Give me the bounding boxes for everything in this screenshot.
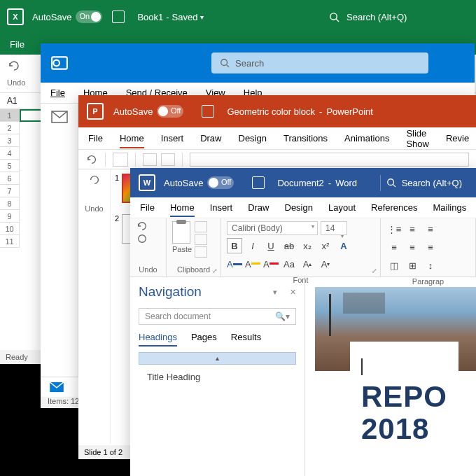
- shading-button[interactable]: ◫: [386, 258, 402, 273]
- menu-file[interactable]: File: [50, 88, 65, 98]
- subscript-button[interactable]: x₂: [300, 238, 315, 253]
- text-effects-button[interactable]: A: [336, 238, 351, 253]
- borders-button[interactable]: ⊞: [405, 258, 420, 273]
- autosave-toggle[interactable]: AutoSave On: [32, 10, 102, 23]
- font-color-button[interactable]: A: [263, 256, 279, 272]
- svg-point-10: [139, 235, 146, 243]
- menu-file[interactable]: File: [88, 133, 103, 144]
- menu-review[interactable]: Revie: [446, 133, 469, 144]
- svg-line-9: [393, 185, 396, 188]
- dropdown-icon[interactable]: ▾: [273, 288, 277, 297]
- toggle-off-icon[interactable]: Off: [207, 176, 234, 189]
- search-box[interactable]: Search (Alt+Q): [380, 175, 468, 191]
- autosave-toggle[interactable]: AutoSave Off: [164, 176, 234, 189]
- font-size-select[interactable]: 14: [321, 221, 347, 235]
- toggle-on-icon[interactable]: On: [76, 10, 102, 23]
- paste-icon[interactable]: [172, 221, 190, 244]
- paste-icon[interactable]: [113, 153, 128, 167]
- strikethrough-button[interactable]: ab: [281, 238, 297, 253]
- svg-point-8: [387, 179, 393, 186]
- search-icon[interactable]: 🔍▾: [275, 312, 290, 321]
- layout-icon[interactable]: [161, 153, 175, 166]
- undo-icon[interactable]: [7, 59, 21, 73]
- outlook-sidebar: [41, 104, 78, 393]
- bold-button[interactable]: B: [227, 238, 242, 253]
- redo-icon[interactable]: [136, 234, 148, 244]
- menu-file[interactable]: File: [140, 202, 155, 213]
- report-year[interactable]: 2018: [361, 413, 447, 445]
- tab-results[interactable]: Results: [231, 332, 261, 346]
- menu-references[interactable]: References: [371, 202, 417, 213]
- font-color-button[interactable]: A: [245, 256, 260, 272]
- dialog-launcher-icon[interactable]: ⤢: [212, 267, 218, 274]
- jump-to-beginning[interactable]: ▴: [139, 352, 296, 365]
- undo-label: Undo: [7, 78, 25, 87]
- undo-icon[interactable]: [88, 174, 101, 186]
- menu-insert[interactable]: Insert: [161, 133, 184, 144]
- word-menubar: File Home Insert Draw Design Layout Refe…: [130, 197, 476, 218]
- document-title-block: REPO 2018: [350, 342, 458, 462]
- autosave-toggle[interactable]: AutoSave Off: [113, 105, 183, 118]
- svg-line-1: [336, 19, 339, 22]
- menu-home[interactable]: Home: [120, 133, 144, 148]
- menu-animations[interactable]: Animations: [344, 133, 389, 144]
- menu-design[interactable]: Design: [285, 202, 313, 213]
- save-icon[interactable]: [252, 176, 265, 189]
- align-right-button[interactable]: ≡: [423, 239, 438, 255]
- search-box[interactable]: Search: [211, 52, 428, 74]
- font-name-select[interactable]: Calibri (Body): [227, 221, 318, 235]
- underline-button[interactable]: U: [263, 238, 279, 253]
- app-name: PowerPoint: [326, 106, 372, 117]
- menu-insert[interactable]: Insert: [210, 202, 233, 213]
- save-icon[interactable]: [202, 105, 214, 118]
- heading-item[interactable]: Title Heading: [139, 369, 296, 385]
- menu-file[interactable]: File: [10, 39, 24, 50]
- text-highlight-button[interactable]: A: [227, 256, 242, 272]
- align-left-button[interactable]: ≡: [386, 239, 402, 255]
- svg-point-0: [330, 13, 337, 19]
- menu-mailings[interactable]: Mailings: [433, 202, 467, 213]
- bullets-button[interactable]: ⋮≡: [386, 221, 402, 237]
- document-area[interactable]: REPO 2018: [305, 277, 476, 476]
- multilevel-button[interactable]: ≡: [423, 221, 438, 237]
- search-box[interactable]: Search (Alt+Q): [315, 8, 469, 27]
- clipboard-group: Paste Clipboard ⤢: [167, 218, 221, 276]
- toggle-off-icon[interactable]: Off: [157, 105, 183, 118]
- cursor-icon: [361, 358, 363, 375]
- superscript-button[interactable]: x²: [318, 238, 333, 253]
- paragraph-group: ⋮≡ ≡ ≡ ≡ ≡ ≡ ◫ ⊞ ↕ Paragrap: [381, 218, 476, 276]
- menu-transitions[interactable]: Transitions: [284, 133, 328, 144]
- menu-draw[interactable]: Draw: [200, 133, 221, 144]
- dialog-launcher-icon[interactable]: ⤢: [372, 267, 377, 274]
- change-case-button[interactable]: Aa: [281, 256, 297, 272]
- align-center-button[interactable]: ≡: [405, 239, 420, 255]
- numbering-button[interactable]: ≡: [405, 221, 420, 237]
- format-painter-icon[interactable]: [195, 246, 207, 258]
- font-selector[interactable]: [190, 153, 469, 167]
- shrink-font-button[interactable]: A▾: [318, 256, 333, 272]
- save-icon[interactable]: [112, 10, 125, 23]
- menu-layout[interactable]: Layout: [328, 202, 356, 213]
- close-icon[interactable]: ✕: [290, 288, 296, 297]
- grow-font-button[interactable]: A▴: [300, 256, 315, 272]
- menu-slideshow[interactable]: Slide Show: [406, 128, 429, 149]
- menu-draw[interactable]: Draw: [248, 202, 269, 213]
- tab-pages[interactable]: Pages: [191, 332, 217, 346]
- tab-headings[interactable]: Headings: [139, 332, 177, 346]
- report-title[interactable]: REPO: [361, 381, 447, 413]
- menu-home[interactable]: Home: [170, 202, 195, 217]
- doc-status: Saved: [172, 12, 198, 22]
- excel-logo-icon: X: [7, 8, 24, 25]
- menu-design[interactable]: Design: [239, 133, 267, 144]
- cut-icon[interactable]: [195, 221, 207, 232]
- new-slide-icon[interactable]: [143, 153, 157, 166]
- copy-icon[interactable]: [195, 234, 207, 245]
- italic-button[interactable]: I: [245, 238, 260, 253]
- nav-search-input[interactable]: Search document 🔍▾: [139, 308, 296, 325]
- new-mail-icon[interactable]: [51, 111, 68, 123]
- sort-button[interactable]: ↕: [423, 258, 438, 273]
- mail-icon[interactable]: [49, 382, 64, 393]
- undo-icon[interactable]: [85, 153, 98, 166]
- undo-icon[interactable]: [136, 221, 148, 231]
- svg-point-4: [221, 59, 227, 66]
